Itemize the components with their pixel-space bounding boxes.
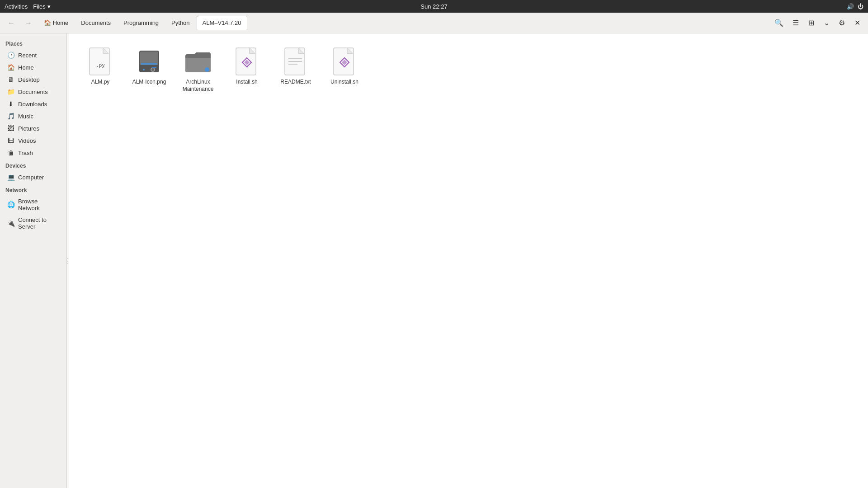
- connect-server-icon: 🔌: [7, 220, 14, 227]
- sidebar-item-trash[interactable]: 🗑 Trash: [2, 147, 65, 159]
- svg-rect-4: [140, 52, 158, 65]
- files-menu[interactable]: Files ▾: [33, 3, 50, 10]
- list-view-icon: ☰: [793, 19, 799, 27]
- file-name-archlinux-maintenance: ArchLinux Maintenance: [180, 79, 216, 93]
- file-icon-alm-icon-png: [135, 47, 164, 76]
- system-bar: Activities Files ▾ Sun 22:27 🔊 ⏻: [0, 0, 868, 13]
- search-button[interactable]: 🔍: [770, 16, 788, 30]
- music-icon: 🎵: [7, 113, 14, 120]
- svg-point-10: [205, 67, 209, 72]
- activities-button[interactable]: Activities: [5, 3, 28, 10]
- power-icon[interactable]: ⏻: [858, 3, 863, 10]
- file-item-alm-icon-png[interactable]: ALM-Icon.png: [127, 42, 172, 97]
- sort-icon: ⌄: [824, 19, 830, 27]
- tab-python[interactable]: Python: [165, 16, 195, 30]
- file-name-alm-py: ALM.py: [91, 79, 110, 86]
- sidebar-item-videos[interactable]: 🎞 Videos: [2, 135, 65, 146]
- grid-view-icon: ⊞: [808, 19, 814, 27]
- file-name-alm-icon-png: ALM-Icon.png: [132, 79, 166, 86]
- sidebar-item-home-label: Home: [18, 64, 34, 71]
- videos-icon: 🎞: [7, 137, 14, 144]
- main-layout: Places 🕐 Recent 🏠 Home 🖥 Desktop 📁 Docum…: [0, 33, 868, 488]
- sidebar-item-computer-label: Computer: [18, 174, 44, 181]
- search-icon: 🔍: [774, 19, 783, 27]
- file-item-uninstall-sh[interactable]: Uninstall.sh: [322, 42, 367, 97]
- documents-icon: 📁: [7, 88, 14, 95]
- sidebar-item-trash-label: Trash: [18, 150, 33, 156]
- recent-icon: 🕐: [7, 52, 14, 59]
- sidebar-item-connect-server[interactable]: 🔌 Connect to Server: [2, 214, 65, 232]
- svg-rect-5: [141, 63, 157, 65]
- svg-rect-9: [152, 67, 156, 68]
- home-icon: 🏠: [44, 19, 51, 26]
- svg-point-7: [151, 68, 154, 71]
- sidebar-item-home[interactable]: 🏠 Home: [2, 61, 65, 73]
- file-icon-alm-py: .py: [86, 47, 115, 76]
- close-button[interactable]: ✕: [850, 16, 864, 30]
- file-icon-install-sh: [232, 47, 261, 76]
- forward-button[interactable]: →: [21, 16, 36, 30]
- file-name-readme-txt: README.txt: [280, 79, 311, 86]
- sidebar-item-desktop[interactable]: 🖥 Desktop: [2, 74, 65, 85]
- sidebar-item-recent-label: Recent: [18, 52, 37, 59]
- sidebar-item-music-label: Music: [18, 113, 33, 120]
- file-area: .py ALM.py ALM: [69, 33, 868, 488]
- places-header: Places: [0, 37, 66, 49]
- file-icon-archlinux-maintenance: [184, 47, 212, 76]
- computer-icon: 💻: [7, 174, 14, 181]
- file-icon-readme-txt: [281, 47, 310, 76]
- toolbar: ← → 🏠 Home Documents Programming Python …: [0, 13, 868, 33]
- toolbar-right: 🔍 ☰ ⊞ ⌄ ⚙ ✕: [770, 16, 864, 30]
- devices-header: Devices: [0, 159, 66, 171]
- sort-button[interactable]: ⌄: [819, 16, 834, 30]
- close-icon: ✕: [854, 19, 860, 27]
- sidebar-item-documents[interactable]: 📁 Documents: [2, 86, 65, 98]
- pictures-icon: 🖼: [7, 125, 14, 132]
- desktop-icon: 🖥: [7, 76, 14, 83]
- grid-view-button[interactable]: ⊞: [804, 16, 818, 30]
- files-menu-label: Files: [33, 3, 45, 10]
- sidebar-resize-handle[interactable]: [67, 33, 69, 488]
- sidebar-item-recent[interactable]: 🕐 Recent: [2, 49, 65, 61]
- list-view-button[interactable]: ☰: [788, 16, 803, 30]
- sidebar-item-pictures[interactable]: 🖼 Pictures: [2, 122, 65, 134]
- network-header: Network: [0, 183, 66, 195]
- settings-icon: ⚙: [839, 19, 845, 27]
- svg-point-8: [143, 69, 145, 70]
- file-item-alm-py[interactable]: .py ALM.py: [78, 42, 123, 97]
- file-icon-uninstall-sh: [330, 47, 359, 76]
- tab-alm[interactable]: ALM–V14.7.20: [197, 16, 247, 30]
- sidebar-item-computer[interactable]: 💻 Computer: [2, 171, 65, 183]
- tab-documents[interactable]: Documents: [75, 16, 117, 30]
- sidebar-item-videos-label: Videos: [18, 137, 36, 144]
- sidebar-item-pictures-label: Pictures: [18, 125, 39, 132]
- file-name-install-sh: Install.sh: [236, 79, 257, 86]
- volume-icon[interactable]: 🔊: [847, 3, 854, 10]
- sidebar-item-music[interactable]: 🎵 Music: [2, 110, 65, 122]
- sidebar-item-desktop-label: Desktop: [18, 76, 40, 83]
- home-sidebar-icon: 🏠: [7, 64, 14, 71]
- svg-text:.py: .py: [96, 62, 105, 68]
- system-clock: Sun 22:27: [420, 3, 447, 10]
- sidebar-item-documents-label: Documents: [18, 89, 48, 95]
- tab-programming[interactable]: Programming: [118, 16, 165, 30]
- forward-icon: →: [25, 19, 32, 27]
- system-tray: 🔊 ⏻: [847, 3, 863, 10]
- sidebar-item-browse-network-label: Browse Network: [18, 198, 59, 211]
- back-icon: ←: [8, 19, 15, 27]
- sidebar-item-connect-server-label: Connect to Server: [18, 216, 59, 230]
- breadcrumb: 🏠 Home Documents Programming Python ALM–…: [38, 16, 769, 30]
- sidebar-item-downloads-label: Downloads: [18, 101, 47, 108]
- sidebar-item-browse-network[interactable]: 🌐 Browse Network: [2, 196, 65, 214]
- settings-button[interactable]: ⚙: [835, 16, 849, 30]
- tab-home[interactable]: 🏠 Home: [38, 16, 74, 30]
- file-item-readme-txt[interactable]: README.txt: [273, 42, 318, 97]
- files-menu-arrow: ▾: [47, 3, 51, 10]
- sidebar-item-downloads[interactable]: ⬇ Downloads: [2, 98, 65, 110]
- file-name-uninstall-sh: Uninstall.sh: [330, 79, 359, 86]
- back-button[interactable]: ←: [4, 16, 19, 30]
- file-item-archlinux-maintenance[interactable]: ArchLinux Maintenance: [175, 42, 221, 97]
- downloads-icon: ⬇: [7, 100, 14, 108]
- browse-network-icon: 🌐: [7, 201, 14, 208]
- file-item-install-sh[interactable]: Install.sh: [224, 42, 269, 97]
